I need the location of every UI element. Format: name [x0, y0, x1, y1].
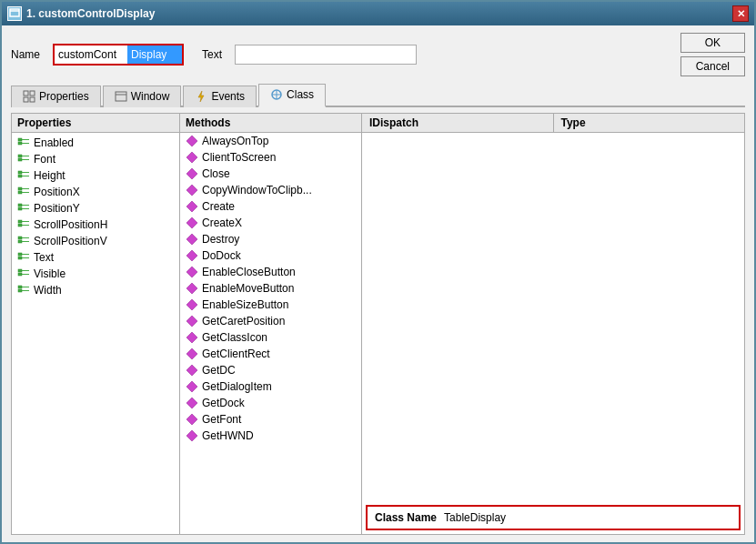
svg-marker-64	[186, 332, 197, 343]
svg-rect-44	[18, 269, 22, 272]
name-input-part2[interactable]	[127, 45, 182, 64]
method-icon	[186, 151, 198, 164]
property-item[interactable]: PositionX	[12, 184, 179, 200]
method-item[interactable]: EnableSizeButton	[180, 297, 361, 313]
name-input-group[interactable]	[53, 44, 184, 65]
method-item[interactable]: Destroy	[180, 231, 361, 247]
tab-window[interactable]: Window	[103, 86, 182, 107]
method-item[interactable]: GetCaretPosition	[180, 313, 361, 329]
method-item[interactable]: GetClientRect	[180, 346, 361, 362]
svg-marker-66	[186, 365, 197, 376]
svg-rect-48	[18, 286, 22, 288]
tab-window-label: Window	[131, 90, 170, 103]
svg-rect-25	[18, 191, 22, 194]
svg-marker-69	[186, 414, 197, 425]
property-icon	[17, 235, 30, 247]
svg-marker-55	[186, 185, 197, 196]
svg-rect-32	[18, 220, 22, 223]
method-icon	[186, 200, 198, 213]
method-icon	[186, 217, 198, 229]
class-name-label: Class Name	[375, 511, 437, 524]
lightning-icon	[195, 90, 207, 103]
idispatch-body	[362, 133, 744, 501]
panels-area: Properties Enabled Font	[11, 113, 745, 535]
svg-marker-67	[186, 381, 197, 392]
property-icon	[17, 202, 30, 215]
idispatch-header: IDispatch Type	[362, 114, 744, 133]
text-input[interactable]	[235, 45, 417, 65]
tab-events-label: Events	[211, 90, 245, 103]
cancel-button[interactable]: Cancel	[680, 56, 745, 76]
methods-panel: Methods AlwaysOnTop ClientToScreen Close…	[180, 114, 362, 534]
properties-panel: Properties Enabled Font	[12, 114, 180, 534]
method-item[interactable]: EnableCloseButton	[180, 264, 361, 280]
tab-properties[interactable]: Properties	[11, 86, 101, 107]
method-item[interactable]: GetDock	[180, 395, 361, 411]
method-item[interactable]: EnableMoveButton	[180, 280, 361, 297]
close-button[interactable]: ✕	[732, 5, 749, 22]
window-title-icon	[7, 6, 22, 21]
method-icon	[186, 315, 198, 327]
tabs-row: Properties Window Events	[11, 82, 745, 107]
class-icon	[270, 88, 283, 101]
method-item[interactable]: CreateX	[180, 215, 361, 231]
svg-marker-52	[186, 136, 197, 146]
svg-marker-57	[186, 217, 197, 228]
method-item[interactable]: Create	[180, 198, 361, 215]
svg-rect-36	[18, 237, 22, 239]
property-icon	[17, 267, 30, 280]
svg-marker-68	[186, 398, 197, 408]
method-icon	[186, 348, 198, 360]
properties-panel-header: Properties	[12, 114, 179, 133]
svg-rect-6	[116, 92, 126, 101]
property-item[interactable]: Text	[12, 249, 179, 266]
title-bar: 1. customControlDisplay ✕	[2, 2, 754, 25]
svg-marker-61	[186, 283, 197, 294]
method-item[interactable]: GetClassIcon	[180, 329, 361, 346]
method-item[interactable]: GetDialogItem	[180, 378, 361, 395]
property-item[interactable]: Visible	[12, 266, 179, 282]
svg-marker-60	[186, 267, 197, 277]
svg-rect-20	[18, 171, 22, 174]
methods-panel-header: Methods	[180, 114, 361, 133]
tab-class[interactable]: Class	[258, 84, 326, 107]
svg-rect-40	[18, 253, 22, 256]
method-item[interactable]: Close	[180, 166, 361, 182]
grid-icon	[23, 90, 35, 103]
property-item[interactable]: Width	[12, 282, 179, 298]
svg-marker-8	[198, 91, 204, 102]
svg-rect-3	[30, 91, 35, 96]
svg-rect-37	[18, 240, 22, 243]
svg-rect-16	[18, 155, 22, 157]
property-item[interactable]: Enabled	[12, 135, 179, 151]
method-item[interactable]: ClientToScreen	[180, 149, 361, 166]
svg-rect-0	[10, 9, 19, 16]
method-item[interactable]: AlwaysOnTop	[180, 133, 361, 149]
method-item[interactable]: GetHWND	[180, 428, 361, 444]
methods-list[interactable]: AlwaysOnTop ClientToScreen Close CopyWin…	[180, 133, 361, 534]
property-item[interactable]: ScrollPositionV	[12, 233, 179, 249]
tab-events[interactable]: Events	[183, 86, 257, 107]
method-icon	[186, 249, 198, 262]
svg-rect-2	[24, 91, 28, 96]
property-item[interactable]: Height	[12, 167, 179, 184]
property-item[interactable]: PositionY	[12, 200, 179, 217]
name-input-part1[interactable]	[55, 45, 127, 64]
content-area: Name Text OK Cancel	[2, 25, 754, 542]
svg-rect-33	[18, 224, 22, 227]
method-item[interactable]: GetDC	[180, 362, 361, 378]
button-group: OK Cancel	[680, 33, 745, 76]
method-item[interactable]: CopyWindowToClipb...	[180, 182, 361, 198]
ok-button[interactable]: OK	[680, 33, 745, 53]
method-item[interactable]: DoDock	[180, 247, 361, 264]
property-item[interactable]: ScrollPositionH	[12, 217, 179, 233]
idispatch-col-header: IDispatch	[362, 114, 554, 132]
svg-rect-5	[30, 97, 35, 102]
property-icon	[17, 169, 30, 182]
property-item[interactable]: Font	[12, 151, 179, 167]
method-item[interactable]: GetFont	[180, 411, 361, 428]
svg-marker-53	[186, 152, 197, 163]
svg-rect-17	[18, 158, 22, 161]
method-icon	[186, 233, 198, 246]
property-icon	[17, 136, 30, 149]
